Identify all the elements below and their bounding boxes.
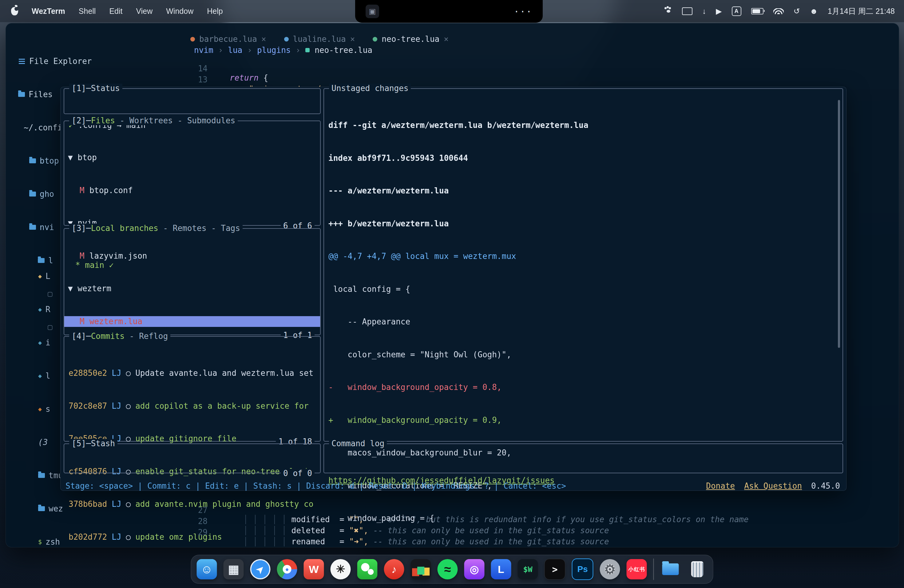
dock-trash[interactable] (687, 559, 708, 579)
commit-node-icon: ○ (126, 433, 131, 444)
lazygit-status-panel[interactable]: [1]─Status ✓ .config → main (64, 88, 321, 114)
dock-safari[interactable]: ➤ (250, 559, 270, 579)
trash-icon (691, 561, 703, 577)
dock-chatgpt[interactable]: ✳ (330, 559, 351, 579)
menu-view[interactable]: View (136, 7, 153, 16)
paw-icon[interactable] (667, 10, 670, 13)
chevron-right-icon: › (247, 46, 252, 55)
xiaohongshu-icon: 小红书 (629, 566, 645, 573)
lazygit-commits-panel[interactable]: [4]─Commits - Reflog e28850e2LJ○Update a… (64, 336, 321, 442)
dock-spotify[interactable]: ≈ (438, 559, 458, 579)
dock-downloads-folder[interactable] (661, 559, 681, 579)
books-icon: L (498, 563, 504, 575)
file-icon: ◆ (38, 304, 42, 315)
lazygit-files-panel[interactable]: [2]─Files - Worktrees - Submodules ▼ bto… (64, 120, 321, 226)
lazygit-version: 0.45.0 (811, 481, 840, 490)
diff-line: -- Appearance (324, 316, 842, 327)
download-icon[interactable]: ↓ (702, 7, 706, 16)
lazygit-command-log-panel[interactable]: Command log https://github.com/jesseduff… (324, 443, 843, 473)
tree-item-stylua[interactable]: ◆s (38, 403, 63, 414)
apple-menu-icon[interactable] (11, 7, 18, 15)
diff-line: --- a/wezterm/wezterm.lua (324, 185, 842, 196)
dock-finder[interactable]: ☺ (197, 559, 217, 579)
commit-row[interactable]: 378b6badLJ○add avante.nvim plugin and gh… (64, 499, 320, 510)
wifi-icon[interactable] (773, 8, 784, 14)
menu-bar-left: WezTerm Shell Edit View Window Help (0, 7, 223, 16)
dock-system-settings[interactable]: ⚙ (600, 559, 620, 579)
tree-item-readme[interactable]: ◆R (38, 304, 63, 315)
tab-lualine[interactable]: lualine.lua × (284, 35, 355, 44)
diff-line: index abf9f71..9c95943 100644 (324, 153, 842, 164)
donate-link[interactable]: Donate (706, 481, 735, 490)
code-line: 13 "nvim-neo-tree/neo-tree.nvim", (6, 66, 891, 77)
folder-icon (29, 158, 36, 163)
menu-shell[interactable]: Shell (79, 7, 96, 16)
tree-item-license[interactable]: ◆L (38, 270, 63, 282)
menu-edit[interactable]: Edit (109, 7, 122, 16)
diff-scrollbar[interactable] (838, 100, 840, 348)
close-icon[interactable]: × (261, 35, 266, 44)
dock-chrome[interactable]: ● (277, 559, 297, 579)
tab-barbecue[interactable]: barbecue.lua × (190, 35, 266, 44)
battery-icon[interactable] (751, 8, 763, 14)
tree-item-init[interactable]: ◆i (38, 337, 63, 348)
dock-music-app[interactable]: ♪ (384, 559, 405, 579)
dock-stats[interactable]: ▆ (411, 559, 431, 579)
ask-question-link[interactable]: Ask Question (744, 481, 802, 490)
menu-clock[interactable]: 1月14日 周二 21:48 (828, 6, 895, 16)
tree-item-lazylock[interactable]: ◆l (38, 370, 63, 381)
terminal-prompt-icon: > (552, 564, 558, 575)
commit-row[interactable]: e28850e2LJ○Update avante.lua and wezterm… (64, 368, 320, 379)
word-icon: W (309, 563, 319, 575)
play-icon[interactable]: ▶ (716, 7, 722, 16)
dock-podcasts[interactable]: ◎ (464, 559, 485, 579)
dock-xiaohongshu[interactable]: 小红书 (627, 559, 647, 579)
lazygit-stash-panel[interactable]: [5]─Stash 0 of 0 (64, 443, 321, 473)
dock-finance-app[interactable]: $W (518, 559, 538, 579)
file-icon: ◆ (38, 370, 42, 381)
file-icon: ◆ (38, 337, 42, 348)
time-machine-icon[interactable]: ↺ (793, 7, 800, 16)
breadcrumb-part[interactable]: plugins (257, 46, 291, 55)
dock-photoshop[interactable]: Ps (572, 558, 593, 580)
dock-books[interactable]: L (491, 559, 511, 579)
commit-node-icon: ○ (126, 499, 131, 510)
menu-window[interactable]: Window (166, 7, 193, 16)
more-menu-items-icon[interactable]: ··· (514, 6, 532, 17)
folder-icon (29, 225, 36, 230)
tab-neo-tree[interactable]: neo-tree.lua × (373, 35, 449, 44)
gear-icon: ⚙ (604, 562, 616, 577)
dock-wechat[interactable] (357, 559, 378, 579)
menu-help[interactable]: Help (207, 7, 223, 16)
diff-deleted-line: - window_background_opacity = 0.8, (324, 382, 842, 393)
chevron-right-icon: › (218, 46, 223, 55)
filetype-dot-icon (190, 37, 195, 41)
tree-item-tmux[interactable]: tmu (38, 470, 63, 481)
dock-terminal-app[interactable]: > (545, 559, 566, 580)
close-icon[interactable]: × (350, 35, 355, 44)
file-tree-file[interactable]: Mbtop.conf (64, 185, 320, 196)
commit-row[interactable]: b202d772LJ○update omz plugins (64, 532, 320, 543)
branch-row[interactable]: * main ✓ (64, 260, 320, 271)
input-source-icon[interactable]: A (732, 6, 741, 16)
commit-node-icon: ○ (126, 401, 131, 412)
dock-word[interactable]: W (304, 559, 324, 579)
file-tree-dir[interactable]: ▼ btop (64, 152, 320, 163)
commit-row[interactable]: 702c8e87LJ○add copilot as a back-up serv… (64, 401, 320, 412)
dock-launchpad[interactable]: ▦ (224, 559, 244, 579)
breadcrumb-part[interactable]: nvim (194, 46, 213, 55)
stats-bars-icon: ▆ (417, 564, 424, 574)
files-source-tab[interactable]: Files (28, 89, 52, 100)
breadcrumb-part[interactable]: lua (228, 46, 242, 55)
menu-bar-status-area: ↓ ▶ A ↺ ☻ 1月14日 周二 21:48 (665, 6, 904, 16)
lazygit-diff-panel[interactable]: Unstaged changes diff --git a/wezterm/we… (324, 88, 843, 442)
close-icon[interactable]: × (444, 35, 449, 44)
screen-mirroring-icon[interactable] (682, 7, 692, 15)
menu-app-name[interactable]: WezTerm (32, 7, 65, 16)
diff-added-line: + window_background_opacity = 0.9, (324, 415, 842, 426)
dock-separator (653, 558, 654, 580)
lazygit-branches-panel[interactable]: [3]─Local branches - Remotes - Tags * ma… (64, 228, 321, 335)
file-icon (305, 48, 310, 52)
user-switch-icon[interactable]: ☻ (810, 7, 818, 16)
podcasts-icon: ◎ (470, 563, 479, 575)
